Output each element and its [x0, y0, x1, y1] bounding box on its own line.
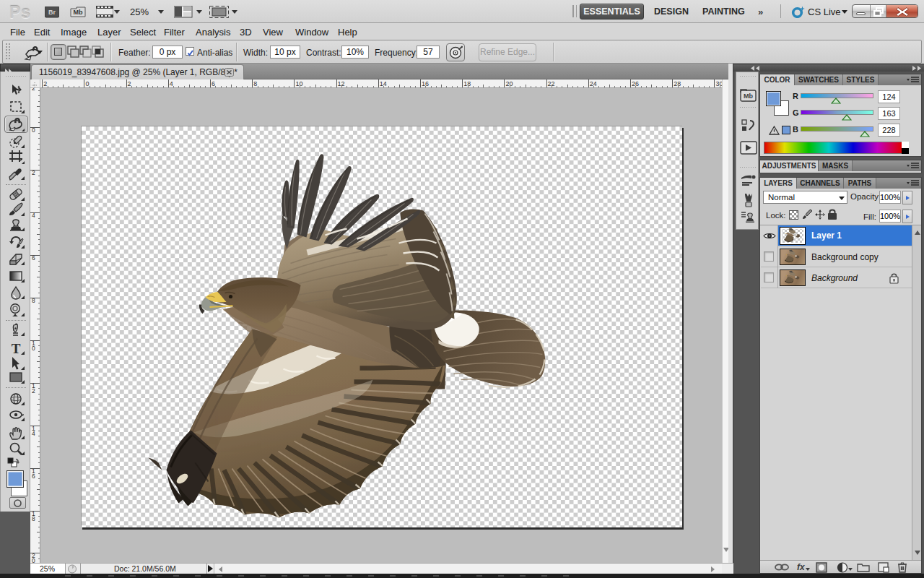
svg-text:Mb: Mb	[74, 9, 83, 16]
svg-text:Br: Br	[48, 9, 56, 16]
svg-text:T: T	[12, 341, 21, 356]
svg-text:Mb: Mb	[744, 92, 753, 100]
